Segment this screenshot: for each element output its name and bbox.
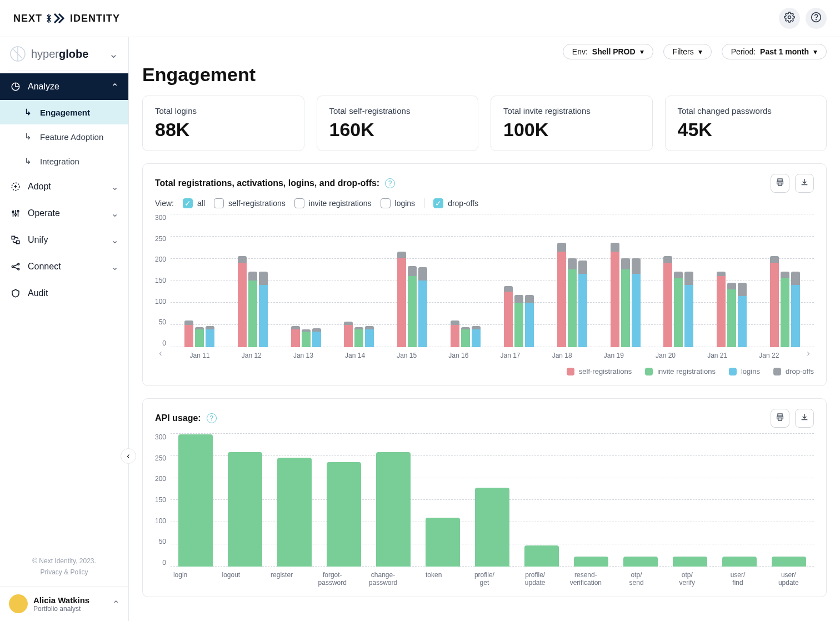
kpi-card: Total self-registrations160K — [317, 96, 479, 151]
api-bar — [327, 462, 361, 567]
user-role: Portfolio analyst — [33, 605, 107, 613]
x-tick: forgot- password — [313, 571, 352, 587]
x-tick: change- password — [363, 571, 402, 587]
x-tick: Jan 17 — [501, 352, 521, 359]
filter-logins[interactable]: logins — [381, 198, 416, 208]
download-button[interactable] — [795, 174, 814, 193]
bar-group — [451, 320, 481, 347]
nav-engagement[interactable]: ↳ Engagement — [0, 100, 128, 124]
filter-invite[interactable]: invite registrations — [294, 198, 372, 208]
tenant-selector[interactable]: hyperglobe ⌄ — [0, 37, 128, 71]
sidebar-collapse-button[interactable]: ‹ — [121, 448, 136, 464]
period-selector[interactable]: Period: Past 1 month ▾ — [722, 44, 827, 59]
kpi-value: 45K — [678, 119, 814, 141]
tenant-prefix: hyper — [31, 48, 59, 60]
nav-adopt[interactable]: Adopt ⌄ — [0, 173, 128, 200]
api-bar — [623, 557, 658, 567]
nav: Analyze ⌃ ↳ Engagement ↳ Feature Adoptio… — [0, 71, 128, 307]
caret-down-icon: ▾ — [813, 47, 817, 56]
x-tick: Jan 13 — [293, 352, 313, 359]
chevron-up-icon: ⌃ — [111, 82, 118, 92]
kpi-value: 160K — [329, 119, 466, 141]
bar-group — [397, 252, 427, 347]
env-selector[interactable]: Env: Shell PROD ▾ — [563, 44, 653, 59]
printer-icon — [776, 413, 784, 424]
nav-analyze[interactable]: Analyze ⌃ — [0, 73, 128, 100]
chevron-down-icon: ⌄ — [109, 47, 118, 61]
nav-feature-adoption[interactable]: ↳ Feature Adoption — [0, 124, 128, 149]
sidebar: hyperglobe ⌄ Analyze ⌃ ↳ Engagement ↳ Fe… — [0, 37, 129, 621]
help-button[interactable] — [806, 8, 827, 29]
brand-logo: NEXT IDENTITY — [13, 13, 120, 24]
svg-point-7 — [15, 214, 17, 216]
topbar: NEXT IDENTITY — [0, 0, 840, 37]
unify-icon — [10, 234, 21, 246]
x-tick: Jan 21 — [707, 352, 727, 359]
api-bar — [673, 557, 707, 567]
sub-arrow-icon: ↳ — [22, 107, 33, 118]
print-button[interactable] — [771, 174, 789, 193]
api-bar — [228, 452, 262, 567]
nav-adopt-label: Adopt — [28, 182, 51, 192]
nav-audit[interactable]: Audit — [0, 280, 128, 307]
tenant-logo-icon — [10, 46, 26, 62]
filter-all[interactable]: ✓all — [183, 198, 205, 208]
chevron-up-icon: ⌃ — [112, 599, 119, 609]
nav-operate-label: Operate — [28, 208, 60, 218]
filter-dropoffs[interactable]: ✓drop-offs — [433, 198, 478, 208]
chevron-left-icon: ‹ — [127, 451, 129, 461]
print-button[interactable] — [771, 409, 789, 428]
caret-down-icon: ▾ — [698, 47, 702, 56]
download-button[interactable] — [795, 409, 814, 428]
legend-dropoffs: drop-offs — [773, 367, 814, 375]
x-tick: user/ update — [769, 571, 808, 587]
nav-feature-adoption-label: Feature Adoption — [40, 132, 103, 142]
filter-self[interactable]: self-registrations — [214, 198, 286, 208]
checkbox-icon — [381, 198, 391, 208]
svg-point-11 — [12, 266, 13, 268]
api-usage-card: API usage: ? 300250200150100500 loginlog… — [142, 398, 827, 597]
nav-connect[interactable]: Connect ⌄ — [0, 253, 128, 280]
user-card[interactable]: Alicia Watkins Portfolio analyst ⌃ — [0, 586, 128, 621]
x-tick: Jan 14 — [345, 352, 365, 359]
checkbox-checked-icon: ✓ — [433, 198, 443, 208]
x-tick: register — [262, 571, 301, 587]
kpi-card: Total changed passwords45K — [665, 96, 827, 151]
settings-button[interactable] — [779, 8, 800, 29]
chart-prev-button[interactable]: ‹ — [155, 348, 166, 358]
copyright: © Next Identity, 2023. — [10, 557, 118, 565]
x-tick: token — [414, 571, 453, 587]
main: Env: Shell PROD ▾ Filters ▾ Period: Past… — [129, 37, 840, 621]
nav-connect-label: Connect — [28, 262, 61, 272]
api-bar — [475, 488, 509, 567]
brand-glyph-icon — [47, 13, 66, 24]
nav-unify[interactable]: Unify ⌄ — [0, 227, 128, 253]
info-icon[interactable]: ? — [385, 178, 395, 188]
brand-left: NEXT — [13, 13, 42, 24]
kpi-label: Total invite registrations — [503, 106, 640, 116]
bar-group — [717, 272, 747, 347]
svg-point-8 — [17, 211, 19, 212]
chevron-down-icon: ⌄ — [111, 235, 118, 246]
nav-integration[interactable]: ↳ Integration — [0, 149, 128, 173]
x-tick: Jan 12 — [242, 352, 262, 359]
privacy-link[interactable]: Privacy & Policy — [10, 568, 118, 576]
filters-selector[interactable]: Filters ▾ — [663, 44, 712, 59]
svg-point-13 — [18, 268, 19, 270]
nav-operate[interactable]: Operate ⌄ — [0, 200, 128, 227]
kpi-label: Total self-registrations — [329, 106, 466, 116]
sub-arrow-icon: ↳ — [22, 156, 33, 167]
nav-engagement-label: Engagement — [40, 108, 90, 117]
x-tick: otp/ verify — [668, 571, 707, 587]
download-icon — [800, 413, 809, 424]
bar-group — [291, 326, 321, 347]
user-name: Alicia Watkins — [33, 595, 107, 605]
chart-next-button[interactable]: › — [803, 348, 814, 358]
nav-audit-label: Audit — [28, 288, 48, 298]
chart2-title: API usage: — [155, 413, 201, 423]
x-tick: otp/ send — [617, 571, 656, 587]
info-icon[interactable]: ? — [207, 413, 217, 423]
avatar — [9, 594, 28, 613]
bar-group — [611, 243, 641, 347]
filters-label: Filters — [673, 47, 694, 56]
